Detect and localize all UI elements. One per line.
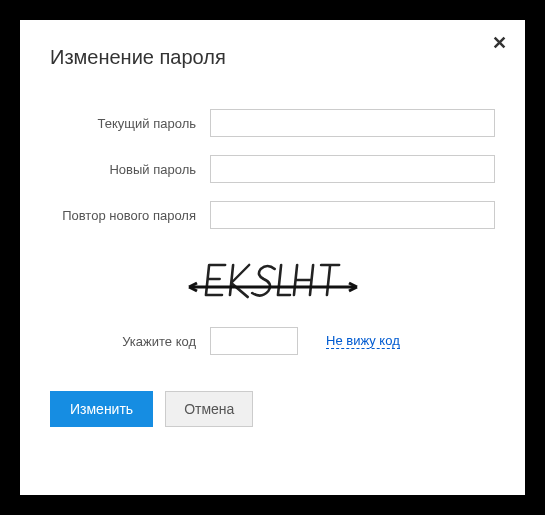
- captcha-code-row: Укажите код Не вижу код: [50, 327, 495, 355]
- submit-button[interactable]: Изменить: [50, 391, 153, 427]
- captcha-image: [183, 247, 363, 313]
- new-password-row: Новый пароль: [50, 155, 495, 183]
- button-row: Изменить Отмена: [50, 391, 495, 427]
- current-password-row: Текущий пароль: [50, 109, 495, 137]
- captcha-refresh-link[interactable]: Не вижу код: [326, 333, 400, 349]
- current-password-label: Текущий пароль: [50, 116, 210, 131]
- close-icon[interactable]: ✕: [492, 34, 507, 52]
- new-password-input[interactable]: [210, 155, 495, 183]
- new-password-label: Новый пароль: [50, 162, 210, 177]
- repeat-password-label: Повтор нового пароля: [50, 208, 210, 223]
- captcha-container: [50, 247, 495, 313]
- modal-title: Изменение пароля: [50, 46, 495, 69]
- captcha-code-input[interactable]: [210, 327, 298, 355]
- repeat-password-row: Повтор нового пароля: [50, 201, 495, 229]
- captcha-code-label: Укажите код: [50, 334, 210, 349]
- repeat-password-input[interactable]: [210, 201, 495, 229]
- current-password-input[interactable]: [210, 109, 495, 137]
- change-password-modal: ✕ Изменение пароля Текущий пароль Новый …: [20, 20, 525, 495]
- cancel-button[interactable]: Отмена: [165, 391, 253, 427]
